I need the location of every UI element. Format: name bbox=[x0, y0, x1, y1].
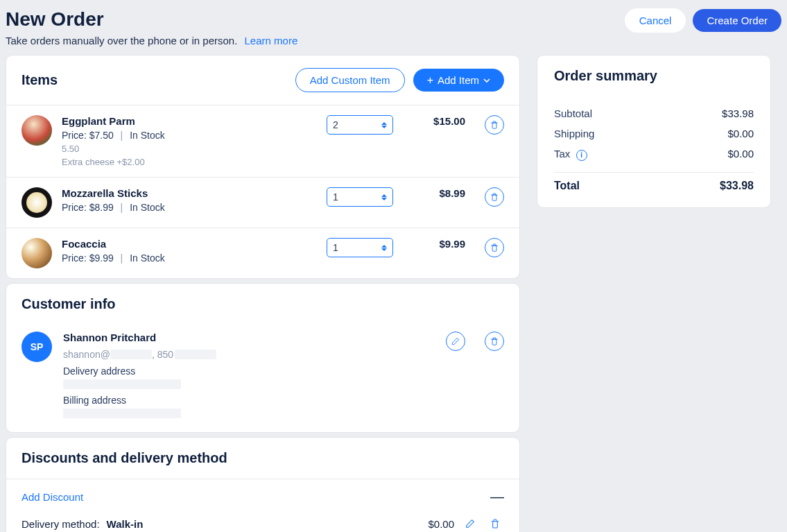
delivery-method-value: Walk-in bbox=[107, 518, 144, 530]
item-price-label: Price: $8.99 bbox=[62, 202, 114, 213]
customer-email-prefix: shannon@ bbox=[63, 349, 110, 360]
add-item-button[interactable]: + Add Item bbox=[413, 69, 504, 92]
customer-title: Customer info bbox=[21, 296, 116, 312]
customer-phone-prefix: , 850 bbox=[152, 349, 173, 360]
item-row: Mozzarella Sticks Price: $8.99 | In Stoc… bbox=[6, 177, 519, 228]
delivery-address-label: Delivery address bbox=[63, 366, 425, 377]
item-line-total: $8.99 bbox=[403, 187, 465, 199]
billing-address-label: Billing address bbox=[63, 395, 425, 406]
summary-title: Order summary bbox=[554, 68, 754, 84]
pencil-icon bbox=[465, 518, 476, 529]
redacted-text bbox=[175, 350, 216, 359]
item-row: Focaccia Price: $9.99 | In Stock 1 bbox=[6, 228, 519, 278]
stepper-up-icon[interactable] bbox=[381, 122, 387, 125]
create-order-button[interactable]: Create Order bbox=[693, 9, 781, 32]
shipping-value: $0.00 bbox=[727, 128, 754, 139]
stepper-down-icon[interactable] bbox=[381, 248, 387, 251]
subtotal-label: Subtotal bbox=[554, 108, 592, 119]
quantity-stepper[interactable]: 2 bbox=[327, 115, 393, 135]
redacted-text bbox=[63, 379, 181, 389]
info-icon[interactable]: i bbox=[576, 150, 587, 161]
delete-delivery-button[interactable] bbox=[486, 515, 504, 532]
plus-icon: + bbox=[427, 75, 433, 86]
item-price-stock: Price: $9.99 | In Stock bbox=[62, 252, 317, 264]
tax-value: $0.00 bbox=[727, 148, 754, 161]
customer-avatar: SP bbox=[21, 332, 52, 362]
discounts-title: Discounts and delivery method bbox=[21, 450, 227, 466]
pencil-icon bbox=[451, 336, 460, 346]
trash-icon bbox=[490, 192, 499, 202]
page-title: New Order bbox=[6, 8, 297, 31]
quantity-value: 1 bbox=[333, 242, 338, 253]
quantity-stepper[interactable]: 1 bbox=[327, 187, 393, 207]
customer-name: Shannon Pritchard bbox=[63, 332, 425, 343]
discounts-card: Discounts and delivery method Add Discou… bbox=[6, 437, 520, 532]
item-line-total: $9.99 bbox=[403, 238, 465, 250]
trash-icon bbox=[490, 336, 499, 346]
item-stock-label: In Stock bbox=[130, 252, 165, 264]
add-discount-link[interactable]: Add Discount bbox=[21, 491, 83, 503]
delete-item-button[interactable] bbox=[485, 115, 504, 135]
delete-item-button[interactable] bbox=[485, 187, 504, 207]
tax-label: Tax bbox=[554, 148, 570, 160]
quantity-stepper[interactable]: 1 bbox=[327, 238, 393, 257]
item-name: Mozzarella Sticks bbox=[62, 187, 317, 199]
items-title: Items bbox=[21, 72, 58, 88]
shipping-label: Shipping bbox=[554, 128, 594, 139]
total-value: $33.98 bbox=[720, 180, 754, 192]
quantity-value: 2 bbox=[333, 119, 338, 130]
tax-label-wrap: Tax i bbox=[554, 148, 587, 161]
item-note: 5.50 bbox=[62, 144, 317, 154]
item-line-total: $15.00 bbox=[403, 115, 465, 127]
item-name: Focaccia bbox=[62, 238, 317, 250]
order-summary-card: Order summary Subtotal $33.98 Shipping $… bbox=[537, 55, 771, 208]
trash-icon bbox=[490, 120, 499, 130]
chevron-down-icon bbox=[483, 77, 490, 84]
cancel-button[interactable]: Cancel bbox=[625, 8, 686, 33]
item-thumbnail bbox=[21, 115, 52, 146]
item-price-stock: Price: $8.99 | In Stock bbox=[62, 202, 317, 213]
item-name: Eggplant Parm bbox=[62, 115, 317, 127]
delivery-method-label: Delivery method: bbox=[21, 518, 100, 530]
quantity-value: 1 bbox=[333, 191, 338, 203]
stepper-up-icon[interactable] bbox=[381, 245, 387, 248]
edit-delivery-button[interactable] bbox=[461, 515, 479, 532]
discount-placeholder: — bbox=[490, 489, 504, 505]
subtotal-value: $33.98 bbox=[722, 108, 754, 119]
page-subtitle: Take orders manually over the phone or i… bbox=[6, 35, 297, 46]
learn-more-link[interactable]: Learn more bbox=[245, 35, 298, 46]
customer-card: Customer info SP Shannon Pritchard shann… bbox=[6, 283, 520, 433]
customer-contact: shannon@ , 850 bbox=[63, 349, 425, 360]
stepper-down-icon[interactable] bbox=[381, 198, 387, 200]
total-label: Total bbox=[554, 180, 580, 192]
items-card: Items Add Custom Item + Add Item Eg bbox=[6, 55, 520, 279]
stepper-down-icon[interactable] bbox=[381, 126, 387, 128]
item-price-label: Price: $7.50 bbox=[62, 130, 114, 141]
trash-icon bbox=[490, 243, 499, 252]
redacted-text bbox=[110, 350, 152, 359]
item-thumbnail bbox=[21, 187, 52, 218]
item-price-stock: Price: $7.50 | In Stock bbox=[62, 130, 317, 141]
item-note: Extra cheese +$2.00 bbox=[62, 157, 317, 167]
item-stock-label: In Stock bbox=[130, 130, 165, 141]
stepper-up-icon[interactable] bbox=[381, 194, 387, 197]
add-custom-item-button[interactable]: Add Custom Item bbox=[295, 68, 405, 92]
delete-item-button[interactable] bbox=[485, 238, 504, 257]
item-stock-label: In Stock bbox=[130, 202, 165, 213]
add-item-label: Add Item bbox=[438, 74, 479, 86]
delivery-price: $0.00 bbox=[428, 518, 454, 530]
item-row: Eggplant Parm Price: $7.50 | In Stock 5.… bbox=[6, 105, 519, 177]
subtitle-text: Take orders manually over the phone or i… bbox=[6, 35, 237, 46]
item-thumbnail bbox=[21, 238, 52, 268]
edit-customer-button[interactable] bbox=[446, 332, 465, 351]
trash-icon bbox=[490, 518, 501, 529]
redacted-text bbox=[63, 409, 181, 418]
remove-customer-button[interactable] bbox=[485, 332, 504, 351]
item-price-label: Price: $9.99 bbox=[62, 252, 114, 264]
